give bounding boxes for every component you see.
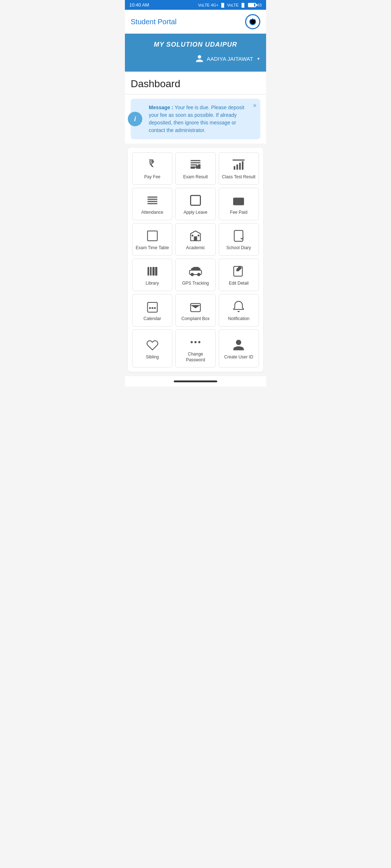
grid-item-notification[interactable]: Notification [219, 294, 259, 327]
svg-rect-11 [147, 231, 157, 241]
svg-rect-13 [192, 235, 193, 237]
svg-point-29 [190, 341, 193, 343]
alert-container: i × Message : Your fee is due. Please de… [125, 94, 266, 144]
svg-rect-25 [149, 307, 151, 309]
svg-rect-5 [239, 163, 241, 170]
network-indicator: VoLTE 4G+ [198, 3, 218, 7]
signal-bars: ▐▌ [220, 3, 226, 7]
svg-rect-8 [190, 196, 200, 205]
grid-item-edit-detail[interactable]: Edit Detail [219, 259, 259, 291]
home-indicator [174, 380, 217, 382]
change-password-icon [189, 336, 202, 349]
exam-result-icon [189, 158, 202, 171]
user-avatar-icon [195, 54, 204, 63]
svg-rect-16 [147, 267, 149, 276]
svg-rect-7 [233, 159, 245, 161]
network-indicator-2: VoLTE [227, 3, 239, 7]
academic-label: Academic [186, 245, 205, 251]
sibling-icon [146, 339, 159, 352]
exam-result-label: Exam Result [183, 174, 208, 180]
class-test-result-icon [232, 158, 245, 171]
gps-tracking-icon [189, 265, 202, 278]
grid-item-apply-leave[interactable]: Apply Leave [175, 188, 215, 220]
svg-rect-12 [194, 237, 197, 241]
grid-container: Pay Fee Exam Result Class Test Result [128, 148, 263, 372]
apply-leave-icon [189, 194, 202, 207]
grid-item-complaint-box[interactable]: Complaint Box [175, 294, 215, 327]
school-diary-label: School Diary [226, 245, 251, 251]
grid-item-calendar[interactable]: Calendar [132, 294, 172, 327]
grid-item-pay-fee[interactable]: Pay Fee [132, 152, 172, 185]
change-password-label: Change Password [178, 352, 212, 363]
svg-rect-2 [190, 167, 195, 169]
notification-label: Notification [228, 316, 249, 322]
calendar-label: Calendar [143, 316, 161, 322]
svg-rect-6 [242, 161, 244, 170]
pay-fee-label: Pay Fee [144, 174, 160, 180]
svg-rect-18 [152, 267, 155, 276]
rupee-icon [146, 158, 159, 171]
edit-detail-label: Edit Detail [229, 281, 249, 286]
user-info[interactable]: AADIYA JAITAWAT ▼ [131, 54, 260, 63]
grid-item-gps-tracking[interactable]: GPS Tracking [175, 259, 215, 291]
school-diary-icon [232, 229, 245, 242]
grid-item-school-diary[interactable]: School Diary [219, 223, 259, 256]
fee-paid-label: Fee Paid [230, 210, 247, 216]
academic-icon [189, 229, 202, 242]
complaint-box-icon [189, 300, 202, 313]
svg-rect-3 [234, 166, 236, 170]
grid-item-attendance[interactable]: Attendance [132, 188, 172, 220]
status-time: 10:40 AM [129, 2, 149, 8]
sibling-label: Sibling [146, 354, 159, 360]
svg-rect-14 [198, 235, 199, 237]
username: AADIYA JAITAWAT [207, 56, 253, 62]
create-user-id-label: Create User ID [224, 354, 253, 360]
info-icon: i [128, 112, 142, 126]
alert-text: Message : Your fee is due. Please deposi… [149, 104, 247, 134]
notification-icon [232, 300, 245, 313]
attendance-icon [146, 194, 159, 207]
class-test-result-label: Class Test Result [222, 174, 255, 180]
grid-item-fee-paid[interactable]: Fee Paid [219, 188, 259, 220]
status-icons: VoLTE 4G+ ▐▌ VoLTE ▐▌ 83 [198, 3, 262, 7]
svg-rect-1 [196, 166, 198, 169]
power-button[interactable] [245, 14, 260, 29]
banner-title: MY SOLUTION UDAIPUR [131, 41, 260, 48]
alert-box: i × Message : Your fee is due. Please de… [131, 99, 260, 139]
svg-point-31 [198, 341, 200, 343]
create-user-id-icon [232, 339, 245, 352]
gps-tracking-label: GPS Tracking [182, 281, 209, 286]
svg-point-30 [194, 341, 197, 343]
attendance-label: Attendance [141, 210, 163, 216]
bottom-bar [125, 376, 266, 387]
svg-point-10 [237, 200, 240, 203]
signal-bars-2: ▐▌ [240, 3, 246, 7]
svg-rect-4 [236, 165, 238, 170]
grid-item-class-test-result[interactable]: Class Test Result [219, 152, 259, 185]
grid-item-change-password[interactable]: Change Password [175, 329, 215, 367]
fee-paid-icon [232, 194, 245, 207]
svg-rect-17 [150, 267, 152, 276]
header-banner: MY SOLUTION UDAIPUR AADIYA JAITAWAT ▼ [125, 34, 266, 72]
grid-item-create-user-id[interactable]: Create User ID [219, 329, 259, 367]
svg-rect-15 [234, 230, 243, 241]
status-bar: 10:40 AM VoLTE 4G+ ▐▌ VoLTE ▐▌ 83 [125, 0, 266, 10]
svg-rect-27 [154, 307, 156, 309]
svg-rect-26 [151, 307, 153, 309]
grid-item-academic[interactable]: Academic [175, 223, 215, 256]
grid-item-exam-result[interactable]: Exam Result [175, 152, 215, 185]
calendar-icon [146, 300, 159, 313]
grid-item-sibling[interactable]: Sibling [132, 329, 172, 367]
apply-leave-label: Apply Leave [184, 210, 207, 216]
grid-item-exam-time-table[interactable]: Exam Time Table [132, 223, 172, 256]
svg-rect-0 [198, 165, 200, 169]
svg-rect-19 [155, 267, 157, 276]
exam-time-table-label: Exam Time Table [136, 245, 169, 251]
exam-time-table-icon [146, 229, 159, 242]
grid-item-library[interactable]: Library [132, 259, 172, 291]
app-title: Student Portal [131, 18, 177, 26]
complaint-box-label: Complaint Box [181, 316, 210, 322]
svg-point-21 [190, 273, 194, 276]
library-label: Library [146, 281, 159, 286]
close-button[interactable]: × [253, 102, 257, 109]
